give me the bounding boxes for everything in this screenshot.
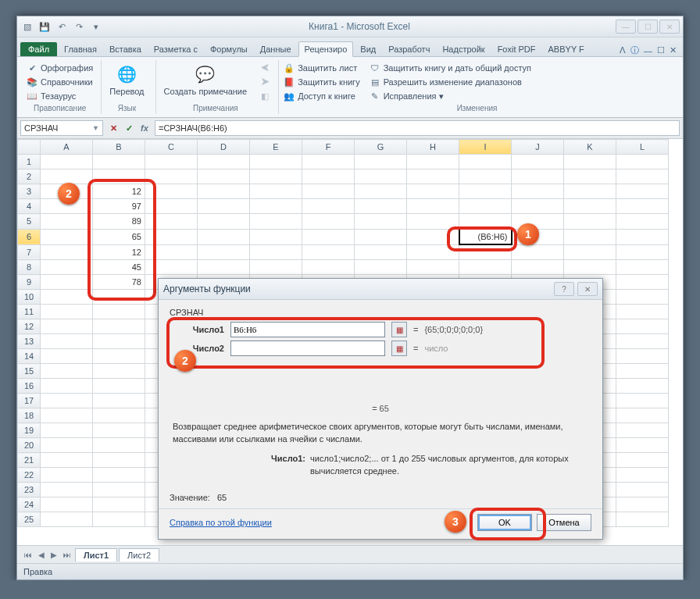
sheet-tab[interactable]: Лист2	[119, 548, 159, 562]
col-header[interactable]: G	[355, 140, 407, 155]
sheet-nav-last-icon[interactable]: ⏭	[61, 551, 73, 559]
dialog-help-icon[interactable]: ?	[554, 282, 574, 296]
tab-file[interactable]: Файл	[20, 42, 57, 56]
tab-home[interactable]: Главная	[59, 42, 102, 56]
undo-icon[interactable]: ↶	[55, 20, 69, 34]
btn-share-book[interactable]: 👥Доступ к книге	[282, 90, 362, 102]
btn-research[interactable]: 📚Справочники	[25, 76, 95, 88]
doc-min-icon[interactable]: —	[644, 46, 652, 55]
col-header[interactable]: C	[145, 140, 198, 155]
tab-layout[interactable]: Разметка с	[148, 42, 203, 56]
tab-developer[interactable]: Разработч	[383, 42, 435, 56]
chevron-down-icon[interactable]: ▼	[92, 124, 99, 132]
col-header[interactable]: A	[41, 140, 93, 155]
group-proofing: ✔Орфография 📚Справочники 📖Тезаурус Право…	[22, 60, 102, 114]
row-header[interactable]: 21	[18, 453, 41, 468]
btn-protect-sheet[interactable]: 🔒Защитить лист	[282, 62, 362, 74]
row-header[interactable]: 13	[18, 334, 41, 349]
select-all-corner[interactable]	[18, 140, 41, 155]
redo-icon[interactable]: ↷	[72, 20, 86, 34]
col-header[interactable]: B	[93, 140, 145, 155]
close-button[interactable]: ✕	[659, 20, 680, 34]
btn-new-comment[interactable]: 💬 Создать примечание	[159, 62, 252, 98]
badge-1: 1	[517, 223, 539, 245]
row-header[interactable]: 24	[18, 497, 41, 512]
doc-close-icon[interactable]: ✕	[670, 45, 677, 55]
sheet-nav-next-icon[interactable]: ▶	[48, 551, 59, 559]
btn-spelling[interactable]: ✔Орфография	[25, 62, 95, 74]
btn-protect-share[interactable]: 🛡Защитить книгу и дать общий доступ	[368, 62, 533, 74]
col-header[interactable]: D	[198, 140, 250, 155]
formula-bar[interactable]: =СРЗНАЧ(B6:H6)	[155, 120, 680, 136]
col-header[interactable]: K	[564, 140, 616, 155]
translate-icon: 🌐	[116, 63, 138, 85]
accept-formula-icon[interactable]: ✓	[122, 121, 136, 135]
col-header[interactable]: H	[407, 140, 459, 155]
group-language: 🌐 Перевод Язык	[102, 60, 155, 114]
save-icon[interactable]: 💾	[38, 20, 52, 34]
tab-addins[interactable]: Надстройк	[437, 42, 490, 56]
row-header[interactable]: 20	[18, 438, 41, 453]
window-controls: — ☐ ✕	[616, 20, 680, 34]
tab-abbyy[interactable]: ABBYY F	[543, 42, 590, 56]
row-header[interactable]: 10	[18, 290, 41, 305]
sheet-nav-first-icon[interactable]: ⏮	[22, 551, 34, 559]
col-header[interactable]: L	[616, 140, 669, 155]
tab-review[interactable]: Рецензиро	[298, 41, 354, 57]
doc-max-icon[interactable]: ☐	[657, 45, 665, 55]
row-header[interactable]: 2	[18, 169, 41, 184]
btn-protect-book[interactable]: 📕Защитить книгу	[282, 76, 362, 88]
row-header[interactable]: 22	[18, 468, 41, 483]
thesaurus-icon: 📖	[27, 91, 38, 102]
row-header[interactable]: 18	[18, 408, 41, 423]
btn-allow-ranges[interactable]: ▤Разрешить изменение диапазонов	[368, 76, 533, 88]
row-header[interactable]: 23	[18, 483, 41, 497]
sheet-nav-prev-icon[interactable]: ◀	[36, 551, 47, 559]
row-header[interactable]: 16	[18, 379, 41, 394]
help-icon[interactable]: ⓘ	[630, 45, 639, 56]
col-header[interactable]: I	[459, 140, 512, 155]
row-header[interactable]: 15	[18, 364, 41, 379]
group-changes: 🔒Защитить лист 📕Защитить книгу 👥Доступ к…	[279, 60, 678, 114]
row-header[interactable]: 5	[18, 214, 41, 230]
row-header[interactable]: 1	[18, 155, 41, 169]
dialog-titlebar[interactable]: Аргументы функции ? ✕	[159, 279, 602, 300]
help-link[interactable]: Справка по этой функции	[170, 518, 272, 527]
row-header[interactable]: 8	[18, 260, 41, 275]
tab-foxit[interactable]: Foxit PDF	[492, 42, 541, 56]
btn-track-changes[interactable]: ✎Исправления ▾	[368, 90, 533, 102]
row-header[interactable]: 19	[18, 423, 41, 438]
protect-share-icon: 🛡	[370, 62, 380, 73]
row-header[interactable]: 17	[18, 394, 41, 408]
sheet-tab[interactable]: Лист1	[75, 548, 117, 562]
row-header[interactable]: 9	[18, 275, 41, 290]
row-header[interactable]: 6	[18, 229, 41, 244]
col-header[interactable]: E	[250, 140, 302, 155]
worksheet-grid[interactable]: A B C D E F G H I J K L 1 2 312 497 589 …	[17, 139, 683, 545]
row-header[interactable]: 25	[18, 512, 41, 527]
row-header[interactable]: 3	[18, 184, 41, 199]
tab-formulas[interactable]: Формулы	[205, 42, 253, 56]
col-header[interactable]: F	[302, 140, 355, 155]
dialog-close-icon[interactable]: ✕	[577, 282, 598, 296]
group-comments: 💬 Создать примечание ⮜ ⮞ ◧ Примечания	[156, 60, 280, 114]
tab-data[interactable]: Данные	[255, 42, 297, 56]
row-header[interactable]: 7	[18, 244, 41, 260]
row-header[interactable]: 12	[18, 319, 41, 334]
maximize-button[interactable]: ☐	[638, 20, 658, 34]
row-header[interactable]: 11	[18, 305, 41, 319]
btn-translate[interactable]: 🌐 Перевод	[105, 62, 148, 98]
tab-view[interactable]: Вид	[355, 42, 381, 56]
qat-dropdown-icon[interactable]: ▾	[89, 20, 103, 34]
tab-insert[interactable]: Вставка	[104, 42, 147, 56]
name-box[interactable]: СРЗНАЧ▼	[20, 120, 103, 136]
cancel-formula-icon[interactable]: ✕	[106, 121, 120, 135]
btn-thesaurus[interactable]: 📖Тезаурус	[25, 90, 95, 102]
row-header[interactable]: 4	[18, 199, 41, 214]
ribbon-minimize-icon[interactable]: ᐱ	[620, 45, 626, 55]
fx-icon[interactable]: fx	[138, 121, 152, 135]
row-header[interactable]: 14	[18, 349, 41, 364]
col-header[interactable]: J	[512, 140, 564, 155]
minimize-button[interactable]: —	[616, 20, 636, 34]
btn-next-comment: ⮞	[258, 76, 272, 88]
